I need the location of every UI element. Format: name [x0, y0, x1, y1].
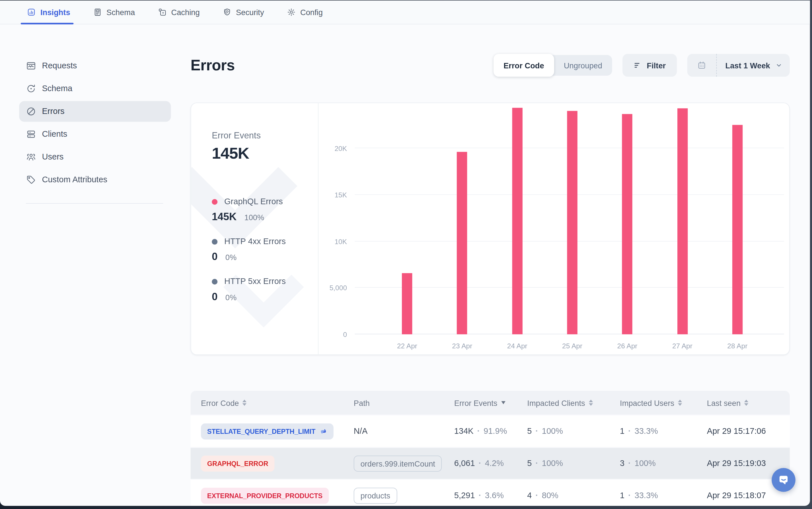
y-axis-label: 5,000 [319, 284, 347, 292]
column-header-error-code[interactable]: Error Code [191, 398, 354, 407]
schema-doc-icon [93, 8, 102, 16]
bar[interactable] [567, 111, 577, 334]
impacted-users-cell: 3·100% [620, 459, 707, 468]
column-header-impacted-clients[interactable]: Impacted Clients [527, 398, 620, 407]
tab-label: Caching [171, 8, 199, 16]
column-header-path[interactable]: Path [354, 398, 454, 407]
path-tag: products [354, 487, 397, 503]
tab-label: Config [300, 8, 323, 16]
bar-slot [435, 109, 489, 334]
column-header-last-seen[interactable]: Last seen [707, 398, 790, 407]
column-header-error-events[interactable]: Error Events [454, 398, 527, 407]
tab-insights[interactable]: Insights [26, 1, 71, 24]
impacted-users-cell: 1·33.3% [620, 427, 707, 436]
calendar-icon [697, 61, 706, 70]
toggle-option-error-code[interactable]: Error Code [494, 54, 554, 77]
sidebar-item-label: Users [42, 152, 64, 162]
toggle-option-ungrouped[interactable]: Ungrouped [554, 55, 612, 76]
last-seen-cell: Apr 29 15:17:06 [707, 427, 790, 436]
error-code-badge: EXTERNAL_PROVIDER_PRODUCTS [201, 487, 329, 503]
filter-label: Filter [647, 61, 666, 70]
legend-item-http5xx[interactable]: HTTP 5xx Errors 0 0% [212, 277, 318, 303]
date-range-label: Last 1 Week [717, 61, 775, 70]
legend-value: 0 [212, 251, 217, 263]
sidebar-item-clients[interactable]: Clients [19, 124, 171, 145]
legend-label: HTTP 4xx Errors [224, 237, 286, 246]
sidebar-divider [26, 203, 163, 204]
tab-label: Insights [40, 8, 70, 16]
chat-bubble-icon [777, 474, 790, 486]
insights-icon [27, 8, 36, 16]
bar-chart: 05,00010K15K20K 22 Apr23 Apr24 Apr25 Apr… [319, 103, 789, 354]
legend-dot [212, 239, 217, 244]
impacted-users-cell: 1·33.3% [620, 491, 707, 500]
legend-item-graphql[interactable]: GraphQL Errors 145K 100% [212, 197, 318, 223]
tag-icon [26, 175, 36, 185]
impacted-clients-cell: 5·100% [527, 459, 620, 468]
tab-security[interactable]: Security [221, 1, 265, 24]
screen: Insights Schema Caching Security [0, 0, 812, 509]
path-text: N/A [354, 427, 368, 436]
bar[interactable] [732, 125, 743, 334]
tab-schema[interactable]: Schema [92, 1, 136, 24]
sidebar-item-requests[interactable]: Requests [19, 56, 171, 76]
filter-icon [633, 61, 641, 69]
tab-config[interactable]: Config [286, 1, 324, 24]
sidebar-item-label: Schema [42, 84, 72, 94]
config-gear-icon [287, 8, 296, 16]
sidebar-item-label: Errors [42, 107, 64, 116]
filter-button[interactable]: Filter [622, 54, 676, 77]
sidebar-item-users[interactable]: Users [19, 147, 171, 168]
bar-slot [380, 109, 435, 334]
y-axis-label: 15K [319, 191, 347, 199]
caching-icon [158, 8, 167, 16]
column-header-impacted-users[interactable]: Impacted Users [620, 398, 707, 407]
sort-icon [678, 400, 682, 406]
table-row[interactable]: GRAPHQL_ERROR orders.999.itemCount 6,061… [191, 448, 790, 479]
sidebar-item-custom-attributes[interactable]: Custom Attributes [19, 169, 171, 190]
legend-percent: 100% [245, 213, 264, 222]
bar[interactable] [622, 114, 632, 334]
bar[interactable] [402, 273, 412, 334]
x-axis-label: 25 Apr [545, 342, 600, 350]
sidebar-item-schema[interactable]: Schema [19, 78, 171, 99]
bar[interactable] [457, 152, 467, 334]
bar-slot [710, 109, 765, 334]
y-axis-label: 0 [319, 331, 347, 338]
chart-summary-panel: Error Events 145K GraphQL Errors 145K 10… [191, 103, 318, 354]
tab-caching[interactable]: Caching [157, 1, 201, 24]
sidebar-item-errors[interactable]: Errors [19, 101, 171, 122]
top-nav: Insights Schema Caching Security [0, 1, 810, 25]
error-code-badge: GRAPHQL_ERROR [201, 455, 274, 471]
page-title: Errors [191, 57, 235, 74]
bar-slot [600, 109, 655, 334]
error-events-cell: 5,291·3.6% [454, 491, 527, 500]
y-axis-label: 20K [319, 145, 347, 152]
last-seen-cell: Apr 29 15:18:07 [707, 491, 790, 500]
legend-item-http4xx[interactable]: HTTP 4xx Errors 0 0% [212, 237, 318, 263]
sort-icon [243, 400, 247, 406]
group-toggle: Error Code Ungrouped [494, 55, 612, 76]
clients-server-icon [26, 129, 36, 139]
x-axis-labels: 22 Apr23 Apr24 Apr25 Apr26 Apr27 Apr28 A… [380, 342, 765, 350]
table-row[interactable]: STELLATE_QUERY_DEPTH_LIMIT N/A 134K·91.9… [191, 415, 790, 447]
x-axis-label: 22 Apr [380, 342, 435, 350]
error-events-cell: 134K·91.9% [454, 427, 527, 436]
sort-icon [589, 400, 593, 406]
legend-percent: 0% [225, 253, 236, 262]
impacted-clients-cell: 4·80% [527, 491, 620, 500]
requests-icon [26, 61, 36, 71]
bar[interactable] [512, 108, 522, 334]
bar[interactable] [677, 108, 687, 334]
legend-dot [212, 199, 217, 205]
sidebar-item-label: Custom Attributes [42, 175, 107, 184]
bar-slot [655, 109, 710, 334]
table-header: Error Code Path Error Events Impacted Cl… [191, 391, 790, 415]
date-range-button[interactable]: Last 1 Week [687, 54, 790, 77]
error-events-cell: 6,061·4.2% [454, 459, 527, 468]
sidebar-item-label: Requests [42, 61, 77, 71]
x-axis-label: 28 Apr [710, 342, 765, 350]
chat-launcher-button[interactable] [772, 468, 796, 492]
errors-table: Error Code Path Error Events Impacted Cl… [191, 391, 790, 506]
table-row[interactable]: EXTERNAL_PROVIDER_PRODUCTS products 5,29… [191, 480, 790, 506]
